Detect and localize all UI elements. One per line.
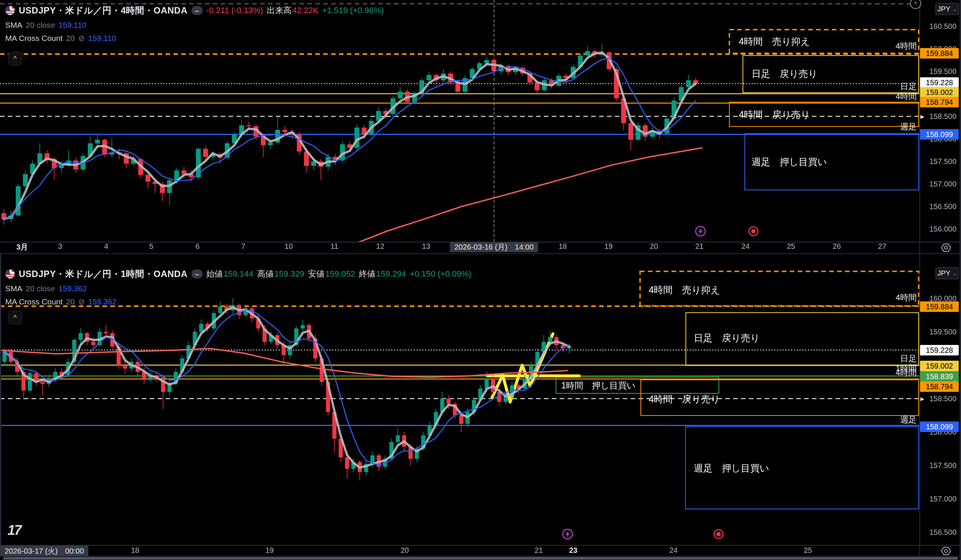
minus-circle-icon[interactable]: – bbox=[191, 270, 203, 279]
time-axis-tick[interactable]: 3 bbox=[43, 242, 77, 251]
circle-slash-icon[interactable]: ⊘ bbox=[78, 34, 85, 43]
annotation-label: 日足 戻り売り bbox=[694, 332, 760, 344]
panel-1h-header: USDJPY・米ドル／円・1時間・OANDA – 始値 159.144 高値 1… bbox=[5, 268, 471, 306]
time-axis-tick[interactable]: 19 bbox=[252, 546, 286, 555]
price-arrow-icon: ▶ bbox=[921, 114, 924, 119]
economic-event-lightning-icon[interactable] bbox=[694, 225, 707, 237]
economic-event-lightning-icon[interactable] bbox=[562, 528, 574, 540]
price-scale-tick[interactable]: 156.000 bbox=[921, 225, 956, 233]
macross-indicator-params: 20 bbox=[66, 297, 75, 306]
annotation-label: 4時間 戻り売り bbox=[739, 109, 810, 121]
time-axis-tick[interactable]: 11 bbox=[318, 242, 351, 251]
price-scale-tick[interactable]: 160.500 bbox=[921, 22, 956, 31]
circle-slash-icon[interactable]: ⊘ bbox=[78, 297, 85, 306]
trading-app: + USDJPY・米ドル／円・4時間・OANDA – -0.211 (-0.13… bbox=[0, 0, 961, 560]
time-axis-tick[interactable]: 5 bbox=[134, 242, 168, 251]
economic-event-dot-icon[interactable] bbox=[747, 225, 759, 237]
time-axis-tick[interactable]: 19 bbox=[591, 242, 625, 251]
price-scale-tick[interactable]: 157.000 bbox=[921, 495, 956, 503]
sma-indicator-name[interactable]: SMA bbox=[5, 284, 22, 293]
sma-indicator-name[interactable]: SMA bbox=[5, 21, 22, 30]
price-scale-tick[interactable]: 157.500 bbox=[921, 461, 956, 470]
collapse-panel-4h-button[interactable]: ^ bbox=[8, 52, 22, 65]
time-axis-tick[interactable]: 3月 bbox=[5, 242, 39, 252]
price-level-label: 159.002 bbox=[920, 87, 959, 98]
symbol-flag-icon bbox=[5, 269, 15, 279]
time-axis-tick[interactable]: 23 bbox=[556, 546, 590, 555]
macross-indicator-value: 159.110 bbox=[88, 34, 116, 43]
time-axis-tick[interactable]: 10 bbox=[272, 242, 305, 251]
price-level-label: 159.228 bbox=[920, 345, 959, 355]
time-axis-tick[interactable]: 18 bbox=[546, 242, 580, 251]
time-axis-tick[interactable]: 7 bbox=[227, 242, 260, 251]
annotation-label: 4時間 戻り売り bbox=[649, 393, 720, 405]
price-level-label: 159.884 bbox=[920, 48, 959, 59]
price-level-label: 158.794 bbox=[920, 97, 959, 108]
macross-indicator-name[interactable]: MA Cross Count bbox=[5, 297, 63, 306]
price-scale-tick[interactable]: 159.500 bbox=[921, 67, 956, 76]
price-level-label: 159.884 bbox=[920, 302, 959, 312]
price-level-label: 159.002 bbox=[920, 361, 959, 371]
level-timeframe-tag: 4時間 bbox=[896, 292, 917, 303]
level-timeframe-tag: 4時間 bbox=[896, 367, 917, 378]
level-timeframe-tag: 週足 bbox=[900, 414, 917, 426]
time-axis-tick[interactable]: 4 bbox=[89, 242, 123, 251]
sma-indicator-value: 159.110 bbox=[59, 21, 86, 30]
price-scale-tick[interactable]: 156.500 bbox=[921, 528, 956, 537]
price-scale-tick[interactable]: 159.500 bbox=[921, 328, 956, 336]
scale-settings-gear-icon[interactable] bbox=[941, 546, 951, 556]
volume-change: +1.519 (+0.96%) bbox=[322, 6, 384, 15]
price-arrow-icon: ▶ bbox=[921, 396, 924, 402]
panel-4h-header: USDJPY・米ドル／円・4時間・OANDA – -0.211 (-0.13%)… bbox=[5, 5, 384, 43]
sma-indicator-params: 20 close bbox=[26, 21, 55, 30]
chevron-down-icon: ⌄ bbox=[953, 271, 957, 276]
currency-dropdown-1h[interactable]: JPY ⌄ bbox=[935, 267, 959, 279]
time-axis-tick[interactable]: 24 bbox=[729, 242, 762, 251]
annotation-label: 週足 押し目買い bbox=[752, 156, 827, 168]
low-label: 安値 bbox=[308, 268, 325, 280]
price-scale-tick[interactable]: 157.000 bbox=[921, 180, 956, 188]
macross-indicator-name[interactable]: MA Cross Count bbox=[5, 34, 63, 43]
high-label: 高値 bbox=[257, 268, 274, 280]
time-axis-tick[interactable]: 21 bbox=[522, 546, 556, 555]
open-label: 始値 bbox=[206, 268, 223, 280]
scale-settings-gear-icon[interactable] bbox=[941, 242, 951, 253]
annotation-label: 週足 押し目買い bbox=[694, 462, 769, 475]
time-axis-tick[interactable]: 25 bbox=[791, 546, 825, 555]
time-axis-tick[interactable]: 20 bbox=[388, 546, 421, 555]
time-axis-tick[interactable]: 6 bbox=[180, 242, 214, 251]
annotation-label: 4時間 売り抑え bbox=[649, 284, 720, 296]
price-scale-tick[interactable]: 158.500 bbox=[921, 112, 956, 121]
time-axis-tick[interactable]: 21 bbox=[683, 242, 716, 251]
time-axis-tick[interactable]: 13 bbox=[409, 242, 443, 251]
price-scale-tick[interactable]: 157.500 bbox=[921, 157, 956, 166]
open-value: 159.144 bbox=[224, 269, 254, 279]
symbol-title-1h[interactable]: USDJPY・米ドル／円・1時間・OANDA bbox=[19, 268, 188, 280]
time-axis-tick[interactable]: 12 bbox=[363, 242, 397, 251]
horizontal-scrollbar[interactable] bbox=[3, 557, 958, 560]
annotation-label: 4時間 売り抑え bbox=[739, 35, 810, 48]
price-scale-tick[interactable]: 158.500 bbox=[921, 395, 956, 403]
time-axis-tick[interactable]: 18 bbox=[118, 546, 152, 555]
symbol-title-4h[interactable]: USDJPY・米ドル／円・4時間・OANDA bbox=[19, 5, 188, 16]
price-change-4h: -0.211 (-0.13%) bbox=[206, 6, 263, 15]
tradingview-logo[interactable]: 17 bbox=[8, 523, 21, 538]
price-level-label: 158.794 bbox=[920, 381, 959, 392]
time-axis-tick[interactable]: 27 bbox=[865, 242, 899, 251]
minus-circle-icon[interactable]: – bbox=[191, 6, 203, 15]
time-axis-tick[interactable]: 25 bbox=[774, 242, 808, 251]
time-axis-tick[interactable]: 24 bbox=[657, 546, 690, 555]
sma-indicator-params: 20 close bbox=[26, 284, 55, 293]
quote-change: +0.150 (+0.09%) bbox=[410, 269, 471, 279]
economic-event-dot-icon[interactable] bbox=[712, 528, 725, 540]
currency-label-4h: JPY bbox=[937, 5, 950, 13]
chevron-down-icon: ⌄ bbox=[953, 6, 957, 12]
sma-indicator-value: 159.362 bbox=[59, 284, 87, 293]
collapse-panel-1h-button[interactable]: ^ bbox=[8, 311, 22, 324]
time-axis-tick[interactable]: 20 bbox=[637, 242, 671, 251]
low-value: 159.052 bbox=[325, 269, 355, 279]
level-timeframe-tag: 週足 bbox=[900, 121, 917, 133]
currency-dropdown-4h[interactable]: JPY ⌄ bbox=[935, 3, 959, 15]
price-scale-tick[interactable]: 156.500 bbox=[921, 202, 956, 211]
time-axis-tick[interactable]: 26 bbox=[820, 242, 853, 251]
